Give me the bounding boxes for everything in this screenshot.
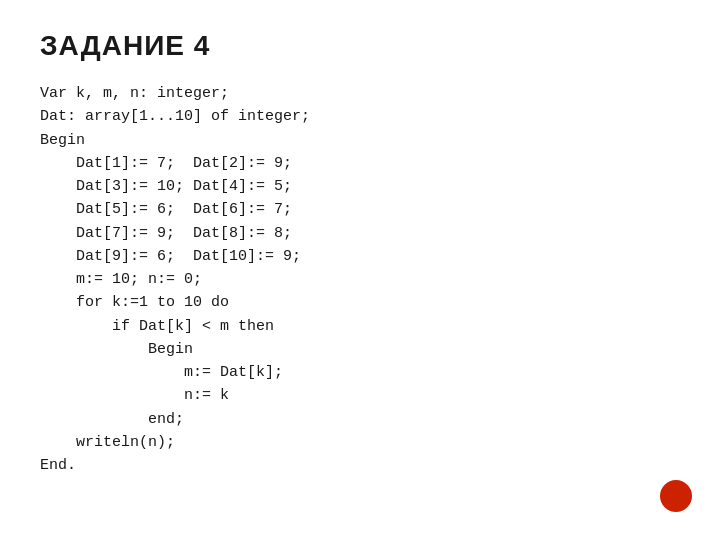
code-block: Var k, m, n: integer; Dat: array[1...10]… [40, 82, 680, 477]
page-title: ЗАДАНИЕ 4 [40, 30, 680, 62]
page-container: ЗАДАНИЕ 4 Var k, m, n: integer; Dat: arr… [0, 0, 720, 540]
red-circle-decoration [660, 480, 692, 512]
